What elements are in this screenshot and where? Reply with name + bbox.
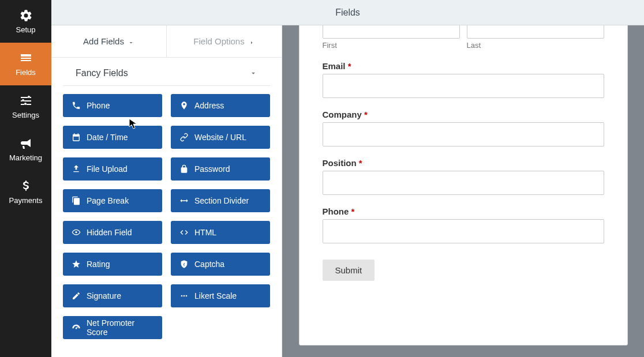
star-icon (72, 260, 81, 269)
field-label: Hidden Field (87, 228, 132, 237)
chevron-down-icon (128, 38, 134, 45)
field-signature[interactable]: Signature (63, 284, 162, 307)
sidebar-item-label: Settings (12, 111, 39, 119)
field-label: HTML (194, 228, 216, 237)
form-field-name[interactable]: First Last (323, 25, 604, 50)
position-label: Position * (323, 158, 604, 168)
form-field-email[interactable]: Email * (323, 61, 604, 98)
tab-label: Field Options (193, 36, 244, 46)
code-icon (179, 228, 189, 237)
sidebar-item-label: Setup (16, 25, 36, 34)
first-name-sublabel: First (323, 41, 460, 50)
chevron-right-icon (248, 38, 255, 45)
calendar-icon (72, 133, 81, 142)
sidebar-item-setup[interactable]: Setup (0, 0, 51, 43)
field-password[interactable]: Password (171, 157, 270, 181)
company-input[interactable] (323, 122, 604, 146)
chevron-down-icon (249, 69, 257, 77)
tab-add-fields[interactable]: Add Fields (51, 25, 166, 57)
dots-horizontal-icon (179, 291, 189, 300)
tab-field-options[interactable]: Field Options (167, 25, 282, 57)
field-phone[interactable]: Phone (63, 94, 162, 117)
phone-label: Phone * (323, 206, 604, 216)
field-hidden-field[interactable]: Hidden Field (63, 221, 162, 244)
field-rating[interactable]: Rating (63, 253, 162, 276)
field-html[interactable]: HTML (171, 221, 270, 244)
panel-tabs: Add Fields Field Options (51, 25, 282, 58)
pencil-icon (72, 291, 81, 300)
field-captcha[interactable]: Captcha (171, 253, 270, 276)
email-input[interactable] (323, 74, 604, 98)
gauge-icon (72, 323, 81, 332)
field-label: Page Break (87, 196, 129, 205)
field-page-break[interactable]: Page Break (63, 189, 162, 212)
dollar-icon (19, 179, 33, 193)
section-title: Fancy Fields (76, 68, 128, 78)
sidebar-item-label: Payments (9, 196, 43, 205)
pin-icon (179, 101, 189, 110)
field-label: Captcha (194, 260, 224, 269)
shield-question-icon (179, 260, 189, 269)
form-field-company[interactable]: Company * (323, 110, 604, 146)
page-title: Fields (335, 7, 360, 18)
company-label: Company * (323, 110, 604, 119)
field-label: Password (194, 164, 230, 174)
arrows-horizontal-icon (179, 196, 189, 205)
field-nps[interactable]: Net Promoter Score (63, 316, 162, 339)
form-icon (19, 51, 33, 65)
position-input[interactable] (323, 171, 604, 195)
last-name-sublabel: Last (467, 41, 604, 50)
last-name-input[interactable] (467, 25, 604, 39)
field-label: Rating (87, 260, 110, 269)
phone-icon (72, 101, 81, 110)
field-label: Address (194, 101, 224, 110)
eye-off-icon (72, 228, 81, 237)
page-title-bar: Fields (51, 0, 644, 25)
field-label: Likert Scale (194, 291, 237, 300)
first-name-input[interactable] (323, 25, 460, 39)
field-label: Signature (87, 291, 121, 300)
link-icon (179, 133, 189, 142)
bullhorn-icon (19, 137, 33, 151)
field-address[interactable]: Address (171, 94, 270, 117)
field-date-time[interactable]: Date / Time (63, 126, 162, 149)
sidebar-item-payments[interactable]: Payments (0, 171, 51, 213)
field-label: Phone (87, 101, 110, 110)
lock-icon (179, 164, 189, 174)
phone-input[interactable] (323, 219, 604, 243)
sidebar-item-settings[interactable]: Settings (0, 85, 51, 128)
sliders-icon (19, 94, 33, 108)
field-website-url[interactable]: Website / URL (171, 126, 270, 149)
fields-panel: Add Fields Field Options Fancy Fields (51, 25, 282, 357)
submit-button[interactable]: Submit (323, 260, 375, 281)
field-label: Date / Time (87, 133, 128, 142)
form-field-position[interactable]: Position * (323, 158, 604, 195)
field-label: Net Promoter Score (87, 318, 153, 337)
sidebar-item-label: Marketing (9, 153, 42, 162)
sidebar-item-marketing[interactable]: Marketing (0, 128, 51, 171)
form-canvas: First Last Email * Company * Position * (282, 25, 644, 357)
field-label: Section Divider (194, 196, 249, 205)
email-label: Email * (323, 61, 604, 71)
field-likert-scale[interactable]: Likert Scale (171, 284, 270, 307)
sidebar-item-label: Fields (16, 68, 36, 77)
section-header-fancy-fields[interactable]: Fancy Fields (63, 58, 270, 86)
form-preview: First Last Email * Company * Position * (299, 25, 628, 345)
form-field-phone[interactable]: Phone * (323, 206, 604, 243)
field-section-divider[interactable]: Section Divider (171, 189, 270, 212)
upload-icon (72, 164, 81, 174)
gear-icon (19, 9, 33, 22)
field-file-upload[interactable]: File Upload (63, 157, 162, 181)
sidebar-item-fields[interactable]: Fields (0, 43, 51, 85)
field-label: Website / URL (194, 133, 246, 142)
tab-label: Add Fields (83, 36, 124, 46)
field-label: File Upload (87, 164, 128, 174)
sidebar: Setup Fields Settings Marketing Payments (0, 0, 51, 357)
copy-icon (72, 196, 81, 205)
